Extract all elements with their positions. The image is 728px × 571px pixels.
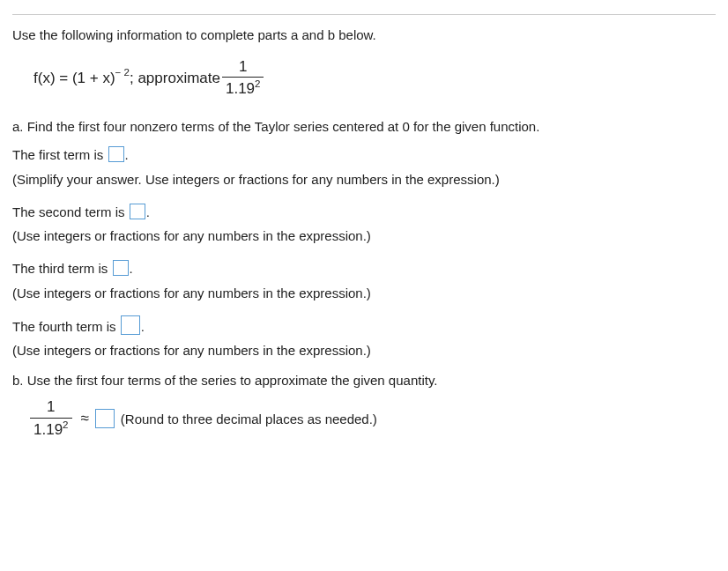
term1-section: The first term is . (Simplify your answe… xyxy=(12,145,716,189)
approx-frac-den: 1.192 xyxy=(30,418,72,439)
fx-den-base: 1.19 xyxy=(226,80,255,97)
term4-period: . xyxy=(141,319,145,334)
fx-prefix: f(x) = (1 + x) xyxy=(33,70,115,87)
term2-section: The second term is . (Use integers or fr… xyxy=(12,202,716,247)
fx-exponent: − 2 xyxy=(115,67,130,78)
approx-fraction: 1 1.192 xyxy=(30,398,72,438)
part-a-prompt: a. Find the first four nonzero terms of … xyxy=(12,119,716,134)
fx-den-exp: 2 xyxy=(255,78,260,89)
approx-symbol: ≈ xyxy=(81,410,89,427)
approx-block: 1 1.192 ≈ (Round to three decimal places… xyxy=(12,398,716,438)
fx-frac-num: 1 xyxy=(235,58,250,77)
term2-label: The second term is xyxy=(12,204,129,219)
term4-input[interactable] xyxy=(121,315,140,335)
term3-input[interactable] xyxy=(113,260,129,276)
fx-fraction: 1 1.192 xyxy=(222,58,264,98)
term4-label: The fourth term is xyxy=(12,319,120,334)
term2-period: . xyxy=(146,204,150,219)
term3-period: . xyxy=(130,261,133,276)
term4-hint: (Use integers or fractions for any numbe… xyxy=(12,340,716,360)
term3-hint: (Use integers or fractions for any numbe… xyxy=(12,283,716,303)
term2-input[interactable] xyxy=(130,204,145,219)
approx-den-base: 1.19 xyxy=(33,420,63,437)
intro-text: Use the following information to complet… xyxy=(12,27,716,42)
term3-section: The third term is . (Use integers or fra… xyxy=(12,258,716,303)
fx-frac-den: 1.192 xyxy=(222,77,264,98)
term1-label: The first term is xyxy=(12,147,108,162)
term2-hint: (Use integers or fractions for any numbe… xyxy=(12,226,716,246)
approx-input[interactable] xyxy=(95,409,115,428)
top-divider xyxy=(12,14,716,15)
term1-period: . xyxy=(125,147,129,162)
approx-frac-num: 1 xyxy=(43,398,58,417)
term4-section: The fourth term is . (Use integers or fr… xyxy=(12,315,716,361)
part-b-prompt: b. Use the first four terms of the serie… xyxy=(12,373,716,388)
term3-label: The third term is xyxy=(12,261,112,276)
approx-note: (Round to three decimal places as needed… xyxy=(121,412,377,426)
approx-den-exp: 2 xyxy=(63,419,68,430)
formula-block: f(x) = (1 + x) − 2 ; approximate 1 1.192 xyxy=(12,58,716,98)
fx-separator: ; approximate xyxy=(130,70,220,87)
term1-input[interactable] xyxy=(108,146,124,162)
term1-hint: (Simplify your answer. Use integers or f… xyxy=(12,169,716,189)
